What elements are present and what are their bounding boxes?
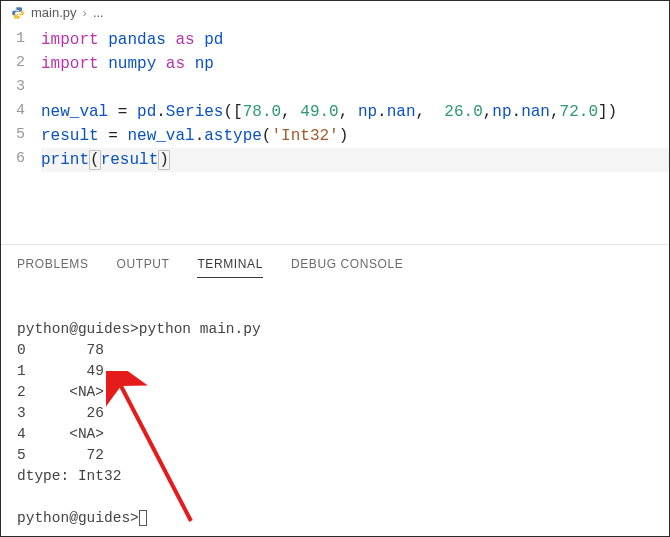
code-content[interactable]: import pandas as pd bbox=[41, 28, 669, 52]
terminal-prompt: python@guides> bbox=[17, 510, 139, 526]
breadcrumb-separator: › bbox=[83, 5, 87, 20]
line-number: 4 bbox=[1, 100, 41, 123]
code-content[interactable]: new_val = pd.Series([78.0, 49.0, np.nan,… bbox=[41, 100, 669, 124]
tab-problems[interactable]: PROBLEMS bbox=[17, 257, 89, 278]
breadcrumb-more[interactable]: ... bbox=[93, 5, 104, 20]
terminal-output[interactable]: python@guides>python main.py 0 78 1 49 2… bbox=[1, 284, 669, 537]
terminal-line: 4 <NA> bbox=[17, 426, 104, 442]
terminal-line: 0 78 bbox=[17, 342, 104, 358]
code-line: 2 import numpy as np bbox=[1, 52, 669, 76]
code-line: 5 result = new_val.astype('Int32') bbox=[1, 124, 669, 148]
tab-debug-console[interactable]: DEBUG CONSOLE bbox=[291, 257, 404, 278]
terminal-line: 2 <NA> bbox=[17, 384, 104, 400]
code-editor[interactable]: 1 import pandas as pd 2 import numpy as … bbox=[1, 24, 669, 184]
code-line: 1 import pandas as pd bbox=[1, 28, 669, 52]
code-content[interactable] bbox=[41, 76, 669, 100]
line-number: 1 bbox=[1, 28, 41, 51]
line-number: 6 bbox=[1, 148, 41, 171]
line-number: 5 bbox=[1, 124, 41, 147]
terminal-line: 1 49 bbox=[17, 363, 104, 379]
code-content[interactable]: print(result) bbox=[41, 148, 669, 172]
code-line-active: 6 print(result) bbox=[1, 148, 669, 172]
line-number: 2 bbox=[1, 52, 41, 75]
code-line: 3 bbox=[1, 76, 669, 100]
python-file-icon bbox=[11, 6, 25, 20]
breadcrumb: main.py › ... bbox=[1, 1, 669, 24]
tab-output[interactable]: OUTPUT bbox=[117, 257, 170, 278]
breadcrumb-file[interactable]: main.py bbox=[31, 5, 77, 20]
tab-terminal[interactable]: TERMINAL bbox=[197, 257, 262, 278]
terminal-line: dtype: Int32 bbox=[17, 468, 121, 484]
code-content[interactable]: result = new_val.astype('Int32') bbox=[41, 124, 669, 148]
line-number: 3 bbox=[1, 76, 41, 99]
code-content[interactable]: import numpy as np bbox=[41, 52, 669, 76]
terminal-cursor bbox=[139, 510, 147, 526]
terminal-line: 3 26 bbox=[17, 405, 104, 421]
terminal-line: python@guides>python main.py bbox=[17, 321, 261, 337]
terminal-line: 5 72 bbox=[17, 447, 104, 463]
code-line: 4 new_val = pd.Series([78.0, 49.0, np.na… bbox=[1, 100, 669, 124]
panel-tabs: PROBLEMS OUTPUT TERMINAL DEBUG CONSOLE bbox=[1, 244, 669, 284]
